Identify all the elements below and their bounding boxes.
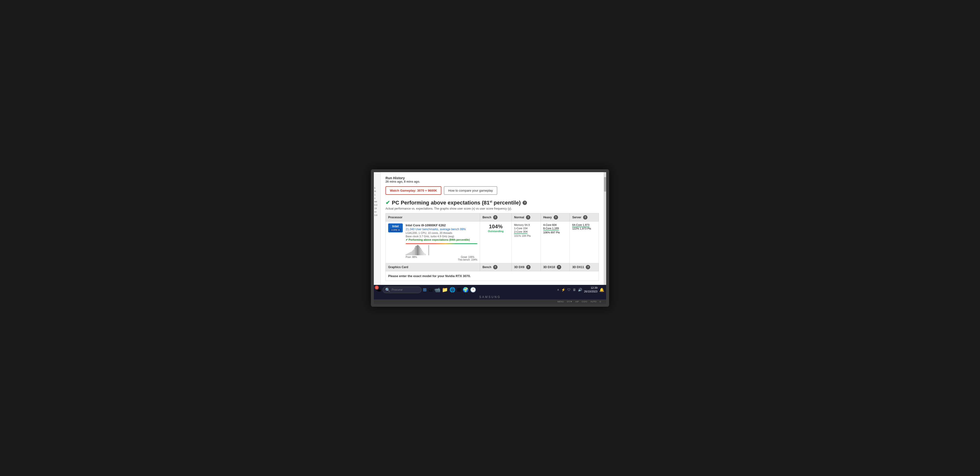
svg-rect-7	[412, 251, 413, 255]
gc-col-dx11: 3D DX11 ?	[570, 263, 599, 271]
chart-great-label: Great: 106%	[461, 256, 474, 259]
normal-1core: 1-Core 154	[514, 227, 538, 230]
gc-dx10-help-icon[interactable]: ?	[557, 265, 561, 269]
watch-gameplay-button[interactable]: Watch Gameplay: 3070 + 9600K	[385, 186, 441, 195]
run-history-section: Run History 26 mins ago, 8 mins ago.	[385, 176, 599, 183]
graphics-headers-row: Graphics Card Bench ? 3D DX9 ?	[386, 263, 599, 271]
ctrl-auto[interactable]: AUTO	[590, 300, 597, 303]
gc-col-bench: Bench ?	[480, 263, 511, 271]
search-input[interactable]	[391, 288, 416, 292]
bench-label: Outstanding	[482, 230, 509, 233]
gc-dx11-help-icon[interactable]: ?	[586, 265, 590, 269]
sidebar-left: k R 1 s we 0.0 19 cv 3.8	[374, 172, 380, 285]
performing-title: PC Performing above expectations (81st p…	[392, 200, 520, 206]
normal-cell: Memory 94.9 1-Core 154 2-Core 304 101% 1…	[512, 222, 541, 263]
svg-rect-15	[420, 248, 421, 255]
server-help-icon[interactable]: ?	[583, 215, 587, 219]
svg-rect-11	[416, 246, 417, 255]
bench-score: 104%	[482, 224, 509, 230]
chart-histogram	[406, 245, 449, 255]
compare-gameplay-button[interactable]: How to compare your gameplay	[444, 186, 497, 195]
proc-chart: Poor: 88% Great: 106% This bench: 104%	[406, 243, 477, 261]
sidebar-item-1: 1	[374, 194, 380, 196]
proc-spec2: Base clock 3.7 GHz, turbo 4.9 GHz (avg)	[406, 235, 477, 238]
performance-table: Processor Bench ? Normal ?	[385, 213, 599, 271]
intel-badge: Intel CORE i9	[388, 224, 403, 232]
svg-rect-1	[407, 254, 407, 255]
search-icon: 🔍	[385, 287, 390, 292]
sidebar-item-we: we	[374, 200, 380, 203]
gc-col-component: Graphics Card	[386, 263, 480, 271]
intel-core: CORE i9	[390, 228, 401, 232]
svg-rect-16	[421, 249, 422, 255]
gc-bench-help-icon[interactable]: ?	[493, 265, 498, 269]
normal-help-icon[interactable]: ?	[526, 215, 530, 219]
scrollbar[interactable]	[604, 172, 606, 285]
svg-rect-3	[409, 253, 409, 255]
bench-cell: 104% Outstanding	[480, 222, 511, 263]
proc-details: Intel Core i9-10900KF €262 21,040 User b…	[406, 224, 477, 261]
check-icon: ✔	[385, 200, 390, 206]
taskbar-app-folder[interactable]: 📁	[442, 287, 448, 293]
taskbar-datetime: 12:39 26/10/2023	[584, 286, 597, 294]
main-content: Run History 26 mins ago, 8 mins ago. Wat…	[380, 172, 604, 285]
svg-rect-12	[417, 245, 418, 255]
svg-rect-4	[410, 252, 410, 255]
svg-rect-19	[424, 253, 425, 255]
taskbar-app-clock[interactable]: 🕐	[470, 287, 476, 293]
proc-spec1: LGA1200, 1 CPU, 10 cores, 20 threads	[406, 232, 477, 234]
taskbar-volume-icon[interactable]: 🔊	[578, 288, 582, 292]
sidebar-item-19: 19	[374, 207, 380, 209]
proc-name: Intel Core i9-10900KF €262	[406, 224, 477, 227]
heavy-cell: 4-Core 604 8-Core 1,189 106% 897 Pts	[541, 222, 570, 263]
heavy-help-icon[interactable]: ?	[554, 215, 558, 219]
ctrl-st[interactable]: ST/▼	[567, 300, 573, 303]
taskbar-app-video[interactable]: 📹	[434, 287, 441, 293]
taskbar-chevron-icon[interactable]: ∧	[557, 288, 559, 292]
taskbar-app-store[interactable]: ⊞	[457, 287, 461, 293]
bench-help-icon[interactable]: ?	[493, 215, 498, 219]
svg-rect-20	[425, 254, 426, 255]
ctrl-power[interactable]: ⊙	[599, 300, 601, 303]
taskbar-search-box[interactable]: 🔍	[383, 287, 422, 293]
gc-col-dx9: 3D DX9 ?	[512, 263, 541, 271]
normal-pts: 101% 184 Pts	[514, 234, 538, 237]
svg-rect-13	[418, 246, 419, 255]
heavy-4core: 4-Core 604	[543, 224, 567, 226]
col-header-processor: Processor	[386, 213, 480, 222]
taskbar-bluetooth-icon[interactable]: ⚡	[561, 288, 565, 292]
taskbar-display-icon[interactable]: 🖥	[573, 288, 576, 292]
gc-col-dx10: 3D DX10 ?	[541, 263, 570, 271]
taskbar-app-explorer[interactable]: 🗂	[428, 287, 433, 293]
ctrl-menu[interactable]: MENU	[557, 300, 564, 303]
proc-performing[interactable]: ✔ Performing above expectations (84th pe…	[406, 238, 477, 241]
processor-row: Intel CORE i9 Intel Core i9-10900KF €262…	[386, 222, 599, 263]
sidebar-item-38: 3.8	[374, 214, 380, 216]
col-header-normal: Normal ?	[512, 213, 541, 222]
taskbar-date-display: 26/10/2023	[584, 290, 597, 294]
taskbar-app-edge[interactable]: 🌐	[449, 287, 455, 293]
chart-poor-label: Poor: 88%	[406, 256, 417, 261]
heavy-pts: 106% 897 Pts	[543, 231, 567, 234]
performing-help-icon[interactable]: ?	[523, 201, 527, 205]
heavy-8core: 8-Core 1,189	[543, 227, 559, 230]
ctrl-co[interactable]: CO/⊙	[582, 300, 587, 303]
taskbar-bell-icon[interactable]: 🔔	[599, 287, 604, 292]
taskbar-network-icon[interactable]: 🛡	[567, 288, 571, 292]
taskbar-windows-icon[interactable]: ⊞	[423, 287, 426, 292]
scrollbar-thumb[interactable]	[604, 177, 606, 192]
server-64core: 64-Core 1,973	[572, 224, 589, 227]
svg-rect-6	[412, 251, 412, 255]
server-pts: 122% 1,973 Pts	[572, 227, 596, 230]
sidebar-item-s: s	[374, 197, 380, 199]
proc-benchmarks[interactable]: 21,040 User benchmarks, average bench 99…	[406, 228, 477, 231]
intel-brand: Intel	[390, 224, 401, 228]
sidebar-item-r: R	[374, 190, 380, 193]
chart-labels: Poor: 88% Great: 106% This bench: 104%	[406, 256, 477, 261]
taskbar-app-chrome[interactable]: 🌍	[463, 287, 469, 293]
ctrl-aip[interactable]: AIP	[575, 300, 579, 303]
col-header-server: Server ?	[570, 213, 599, 222]
performing-header: ✔ PC Performing above expectations (81st…	[385, 200, 599, 206]
svg-rect-5	[410, 252, 411, 255]
gc-dx9-help-icon[interactable]: ?	[526, 265, 531, 269]
